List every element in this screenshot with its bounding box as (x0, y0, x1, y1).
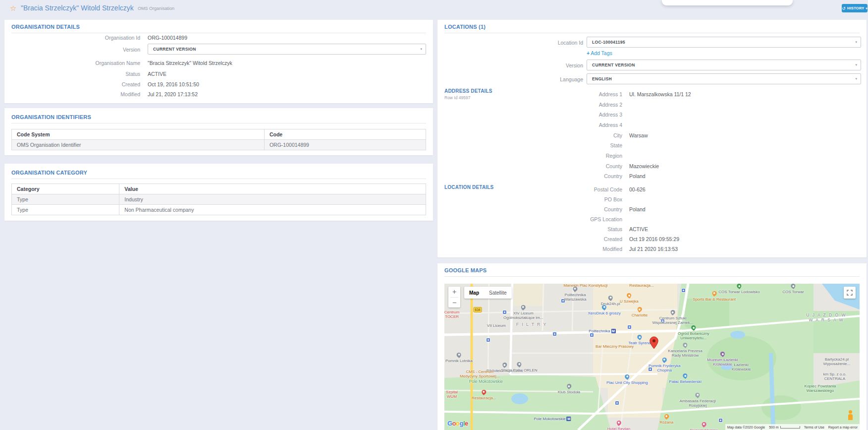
poi-grey-pin-icon (670, 310, 675, 314)
poi-red-pin-icon (482, 390, 486, 394)
poi-pink-pin-icon (702, 422, 706, 427)
locations-panel: LOCATIONS (1) Location Id LOC-100041195 … (437, 20, 867, 257)
poi-blue-pin-icon (662, 358, 667, 362)
map-marker-pin[interactable] (650, 336, 658, 351)
poi-blue-pin-icon (637, 335, 642, 339)
field-label: Created (444, 236, 622, 242)
map-label: Teatr Syrena (628, 335, 651, 345)
favorite-star-icon[interactable]: ☆ (10, 4, 16, 13)
section-title: GOOGLE MAPS (444, 267, 487, 273)
map-zoom-control: + − (448, 287, 460, 307)
map-label: Centrum SztukiWspółczesnej Zamek... (652, 310, 694, 325)
postal-code-value: 00-626 (629, 186, 646, 192)
divider (11, 179, 426, 179)
poi-pink-pin-icon (616, 421, 621, 425)
transit-stop-icon (681, 288, 686, 293)
map-label: Restauracja... (472, 390, 496, 400)
transit-stop-icon (627, 325, 632, 329)
map-label: VII Liceum (487, 323, 506, 328)
add-tags-link[interactable]: +Add Tags (587, 50, 612, 56)
divider (444, 276, 860, 277)
poi-grey-pin-icon (457, 353, 461, 357)
poi-purple-pin-icon (720, 352, 725, 356)
table-row: OMS Organisation Identifier ORG-10001489… (12, 140, 426, 150)
map-label: 634 (474, 307, 482, 312)
map-label: Regent Warsaw (690, 422, 718, 430)
map-scale: 500 m (769, 426, 800, 429)
chevron-down-icon: ▾ (866, 6, 867, 10)
location-version-select[interactable]: CURRENT VERSION ▾ (587, 60, 861, 70)
map-label: COS Torwar (782, 284, 804, 294)
map-label: XeroDruk 6 groszy (588, 305, 621, 315)
divider (444, 33, 860, 33)
map-label: km Sp. z o.o.CENTRALA (823, 372, 846, 381)
poi-blue-pin-icon (683, 373, 688, 378)
country-value: Poland (629, 206, 646, 212)
field-label: Organisation Name (11, 60, 140, 66)
table-row: Type Industry (12, 194, 426, 205)
status-value: ACTIVE (148, 71, 166, 77)
version-select[interactable]: CURRENT VERSION ▾ (148, 44, 426, 55)
history-button[interactable]: ↺ HISTORY ▾ (842, 4, 868, 12)
map-label: Bar Mleczny Prasowy (596, 344, 634, 349)
field-label: Postal Code (444, 186, 622, 192)
divider (11, 33, 426, 33)
page-header: ☆ "Bracia Strzelczyk" Witold Strzelczyk … (0, 0, 868, 17)
map-label: W A R S A W (809, 318, 844, 322)
map-label: CMS - CentrumMedycyny Sportowej... (460, 369, 499, 378)
poi-blue-pin-icon (625, 374, 629, 379)
language-select[interactable]: ENGLISH ▾ (587, 73, 861, 84)
map-label: Plac Unii City Shopping (606, 374, 648, 385)
fullscreen-button[interactable] (844, 287, 856, 299)
google-map[interactable]: Manekin Plac KonstytucjiRestauracja...Po… (444, 284, 860, 430)
field-label: Address 2 (444, 102, 622, 108)
map-label: Pole Mokotowskie (469, 379, 503, 384)
map-label: Druk24h.pl (601, 296, 620, 306)
field-label: Organisation Id (11, 35, 140, 41)
map-label: F I L T R Y (516, 322, 547, 327)
google-logo: Google (447, 420, 468, 427)
map-label: Klub Stodoła (558, 384, 580, 394)
map-label: U Szwejka (620, 293, 639, 304)
map-label: Pałac Belwederski (669, 373, 701, 384)
map-button[interactable]: Map (464, 287, 484, 299)
field-label: Country (444, 173, 622, 179)
report-error-link[interactable]: Report a map error (828, 426, 858, 429)
map-label: Różana (660, 414, 674, 425)
map-label: Muzeum ŁazienkiKrólewskie (707, 352, 738, 367)
zoom-out-button[interactable]: − (448, 298, 460, 308)
created-value: Oct 19, 2016 10:51:50 (148, 81, 199, 87)
zoom-in-button[interactable]: + (448, 287, 460, 297)
history-icon: ↺ (842, 6, 846, 11)
satellite-button[interactable]: Satellite (484, 287, 512, 299)
poi-grey-pin-icon (567, 384, 571, 388)
page: ☆ "Bracia Strzelczyk" Witold Strzelczyk … (0, 0, 868, 430)
map-label: Bartycka24.plWyposażenie... (823, 357, 851, 366)
pegman-icon[interactable] (848, 410, 853, 421)
field-label: Status (11, 71, 140, 77)
section-title: ORGANISATION IDENTIFIERS (11, 114, 91, 120)
map-type-control: Map Satellite (464, 287, 512, 299)
field-label: Region (444, 153, 622, 159)
field-label: State (444, 142, 622, 148)
map-label: Pole MokotowskieM (534, 417, 571, 421)
field-label: Address 1 (444, 91, 622, 97)
terms-link[interactable]: Terms of Use (804, 426, 824, 429)
field-label: Language (444, 76, 583, 82)
field-label: Modified (444, 246, 622, 252)
table-header-row: Code System Code (12, 129, 426, 140)
scale-bar (780, 426, 800, 429)
created-value: Oct 19 2016 09:55:29 (629, 236, 679, 242)
google-maps-panel: GOOGLE MAPS (437, 263, 867, 430)
map-label: U J A Z D Ó W (806, 313, 846, 317)
page-subtitle: OMS Organisation (138, 6, 174, 11)
table-header-row: Category Value (12, 184, 426, 194)
organisation-details-panel: ORGANISATION DETAILS Organisation Id ORG… (4, 20, 433, 103)
location-id-select[interactable]: LOC-100041195 ▾ (587, 37, 861, 48)
map-label: Pomnik FryderykaChopina (649, 358, 680, 372)
field-label: Status (444, 226, 622, 232)
transit-stop-icon (552, 332, 557, 336)
map-label: Hotel Reytan (607, 421, 630, 430)
section-title: ORGANISATION DETAILS (11, 24, 80, 30)
metro-icon: M (611, 329, 616, 333)
